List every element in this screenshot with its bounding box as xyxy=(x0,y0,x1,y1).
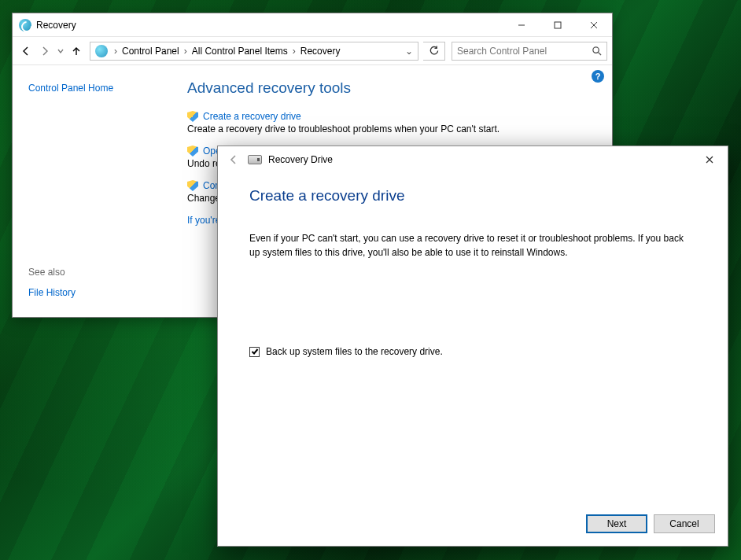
tool-item: Create a recovery drive Create a recover… xyxy=(187,111,595,134)
refresh-button[interactable] xyxy=(423,42,445,61)
window-title: Recovery xyxy=(36,20,76,31)
dialog-heading: Create a recovery drive xyxy=(249,187,696,204)
backup-checkbox-label: Back up system files to the recovery dri… xyxy=(266,346,443,357)
cp-titlebar[interactable]: Recovery xyxy=(13,13,612,37)
maximize-button[interactable] xyxy=(540,13,576,37)
tool-description: Create a recovery drive to troubleshoot … xyxy=(187,123,595,134)
dialog-description: Even if your PC can't start, you can use… xyxy=(249,231,690,260)
dialog-buttons: Next Cancel xyxy=(586,514,715,533)
cancel-button[interactable]: Cancel xyxy=(654,514,715,533)
shield-icon xyxy=(187,180,198,191)
drive-icon xyxy=(248,155,262,164)
control-panel-home-link[interactable]: Control Panel Home xyxy=(28,83,154,94)
file-history-link[interactable]: File History xyxy=(28,287,154,298)
recovery-drive-dialog: Recovery Drive Create a recovery drive E… xyxy=(217,146,728,547)
nav-back-button[interactable] xyxy=(17,42,35,60)
recovery-icon xyxy=(19,19,31,31)
backup-checkbox[interactable] xyxy=(249,347,260,357)
dialog-title: Recovery Drive xyxy=(268,154,333,165)
search-input[interactable]: Search Control Panel xyxy=(452,42,607,61)
check-icon xyxy=(251,348,259,356)
sidebar: Control Panel Home See also File History xyxy=(13,65,170,317)
dialog-close-button[interactable] xyxy=(691,148,728,171)
dialog-back-button[interactable] xyxy=(223,149,245,171)
breadcrumb[interactable]: All Control Panel Items xyxy=(190,46,289,57)
address-bar[interactable]: › Control Panel › All Control Panel Item… xyxy=(90,42,418,61)
chevron-right-icon: › xyxy=(289,46,299,57)
nav-recent-dropdown[interactable] xyxy=(55,48,66,54)
dialog-content: Create a recovery drive Even if your PC … xyxy=(218,173,728,357)
search-placeholder: Search Control Panel xyxy=(457,46,592,57)
shield-icon xyxy=(187,111,198,122)
chevron-right-icon: › xyxy=(111,46,120,57)
shield-icon xyxy=(187,146,198,157)
help-icon[interactable]: ? xyxy=(592,70,604,83)
nav-forward-button[interactable] xyxy=(36,42,53,60)
backup-checkbox-row[interactable]: Back up system files to the recovery dri… xyxy=(249,346,696,357)
close-button[interactable] xyxy=(576,13,612,37)
dialog-titlebar[interactable]: Recovery Drive xyxy=(218,146,728,173)
page-heading: Advanced recovery tools xyxy=(187,79,595,97)
nav-up-button[interactable] xyxy=(68,42,85,60)
svg-rect-1 xyxy=(555,22,561,28)
address-icon xyxy=(95,45,108,57)
breadcrumb[interactable]: Recovery xyxy=(299,46,342,57)
chevron-right-icon: › xyxy=(181,46,190,57)
svg-point-5 xyxy=(593,47,599,53)
create-recovery-drive-link[interactable]: Create a recovery drive xyxy=(203,111,301,122)
breadcrumb[interactable]: Control Panel xyxy=(120,46,181,57)
nav-bar: › Control Panel › All Control Panel Item… xyxy=(13,37,612,65)
see-also-label: See also xyxy=(28,267,154,278)
address-dropdown[interactable]: ⌄ xyxy=(402,46,416,57)
svg-line-6 xyxy=(598,52,601,55)
search-icon xyxy=(592,46,602,56)
next-button[interactable]: Next xyxy=(586,514,647,533)
minimize-button[interactable] xyxy=(503,13,540,37)
